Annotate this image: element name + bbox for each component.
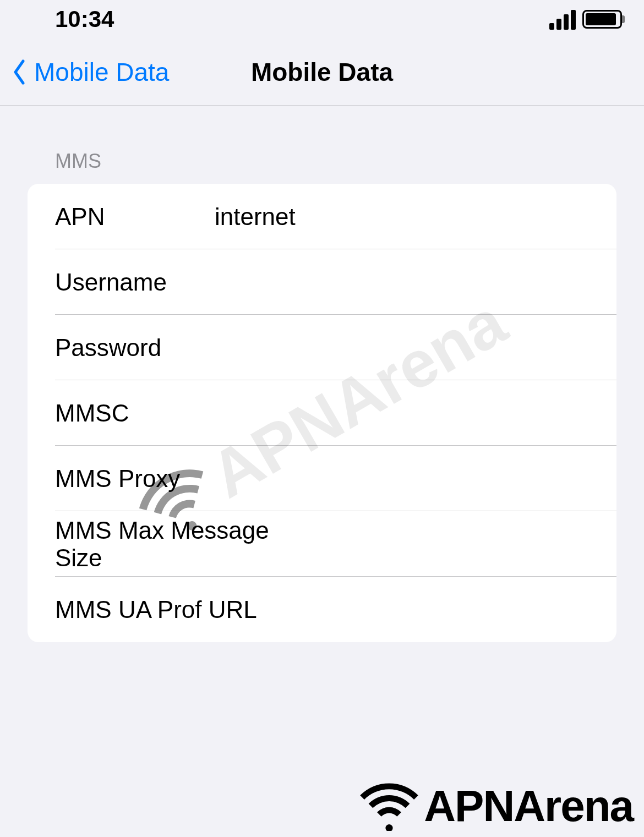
content: MMS APN Username Password MMSC MMS Proxy…: [0, 106, 644, 642]
label-password: Password: [55, 334, 215, 362]
label-mms-max-size: MMS Max Message Size: [55, 517, 298, 572]
row-mms-max-size[interactable]: MMS Max Message Size: [28, 511, 616, 577]
row-mmsc[interactable]: MMSC: [28, 380, 616, 446]
input-password[interactable]: [215, 334, 616, 362]
battery-icon: [582, 10, 622, 29]
input-mms-max-size[interactable]: [298, 530, 616, 558]
footer-logo-text: APNArena: [424, 781, 633, 831]
back-label: Mobile Data: [34, 57, 169, 87]
row-mms-proxy[interactable]: MMS Proxy: [28, 446, 616, 511]
status-bar: 10:34: [0, 0, 644, 39]
back-button[interactable]: Mobile Data: [0, 57, 169, 87]
row-username[interactable]: Username: [28, 249, 616, 315]
row-mms-ua-prof[interactable]: MMS UA Prof URL: [28, 577, 616, 642]
page-title: Mobile Data: [251, 57, 393, 87]
label-mms-ua-prof: MMS UA Prof URL: [55, 596, 257, 623]
input-mmsc[interactable]: [215, 400, 616, 427]
chevron-left-icon: [11, 58, 28, 86]
label-mms-proxy: MMS Proxy: [55, 465, 180, 493]
navigation-bar: Mobile Data Mobile Data: [0, 39, 644, 106]
label-apn: APN: [55, 203, 215, 231]
footer-logo: APNArena: [359, 781, 633, 831]
row-apn[interactable]: APN: [28, 184, 616, 249]
label-mmsc: MMSC: [55, 400, 215, 427]
status-time: 10:34: [55, 6, 114, 32]
wifi-icon: [359, 781, 419, 831]
input-username[interactable]: [215, 269, 616, 296]
row-password[interactable]: Password: [28, 315, 616, 380]
input-mms-proxy[interactable]: [180, 465, 616, 493]
cellular-signal-icon: [549, 9, 577, 30]
section-header-mms: MMS: [0, 150, 644, 184]
settings-group-mms: APN Username Password MMSC MMS Proxy MMS…: [28, 184, 616, 642]
status-right: [549, 9, 622, 30]
input-apn[interactable]: [215, 203, 616, 231]
label-username: Username: [55, 269, 215, 296]
input-mms-ua-prof[interactable]: [257, 596, 616, 623]
